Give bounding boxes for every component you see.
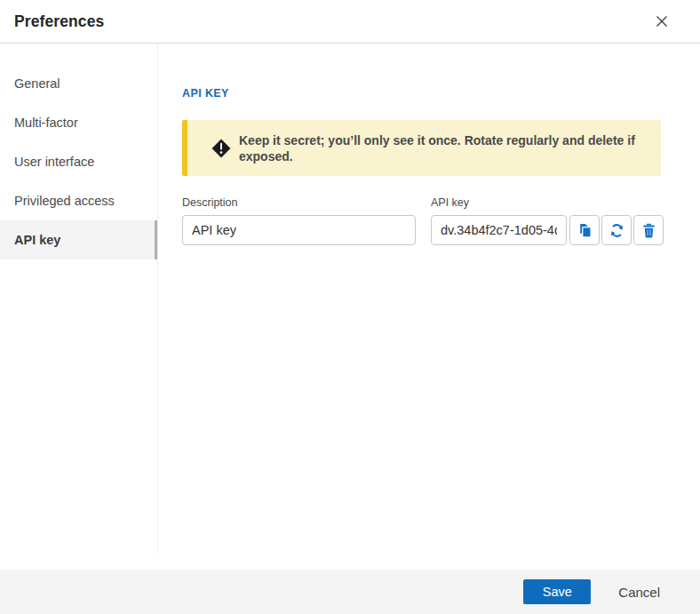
save-button[interactable]: Save — [523, 579, 591, 604]
dialog-body: General Multi-factor User interface Priv… — [0, 44, 700, 570]
api-key-panel: API KEY Keep it secret; you’ll only see … — [158, 44, 700, 570]
dialog-title: Preferences — [14, 12, 104, 31]
section-heading: API KEY — [182, 87, 700, 100]
warning-text: Keep it secret; you’ll only see it once.… — [239, 132, 640, 164]
api-key-control-group — [431, 215, 664, 245]
api-key-label: API key — [431, 196, 664, 209]
trash-icon — [642, 223, 656, 238]
cancel-button[interactable]: Cancel — [618, 585, 660, 600]
dialog-footer: Save Cancel — [0, 570, 700, 614]
description-input[interactable] — [182, 215, 416, 245]
close-icon — [655, 14, 669, 28]
description-field-group: Description — [182, 196, 416, 245]
sidebar-item-api-key[interactable]: API key — [0, 220, 157, 259]
warning-banner: Keep it secret; you’ll only see it once.… — [182, 120, 661, 176]
copy-icon — [577, 223, 593, 238]
close-button[interactable] — [650, 10, 673, 33]
sidebar-item-general[interactable]: General — [0, 64, 157, 103]
copy-button[interactable] — [569, 215, 600, 245]
api-key-form: Description API key — [182, 196, 700, 245]
api-key-input[interactable] — [431, 215, 567, 245]
dialog-header: Preferences — [0, 0, 700, 44]
refresh-icon — [609, 223, 624, 238]
sidebar-item-multi-factor[interactable]: Multi-factor — [0, 103, 157, 142]
sidebar-item-privileged-access[interactable]: Privileged access — [0, 181, 157, 220]
sidebar-nav: General Multi-factor User interface Priv… — [0, 44, 158, 554]
sidebar-item-user-interface[interactable]: User interface — [0, 142, 157, 181]
delete-button[interactable] — [633, 215, 664, 245]
rotate-button[interactable] — [601, 215, 632, 245]
exclamation-diamond-icon — [211, 139, 231, 158]
api-key-field-group: API key — [431, 196, 664, 245]
description-label: Description — [182, 196, 416, 209]
preferences-dialog: Preferences General Multi-factor User in… — [0, 0, 700, 614]
